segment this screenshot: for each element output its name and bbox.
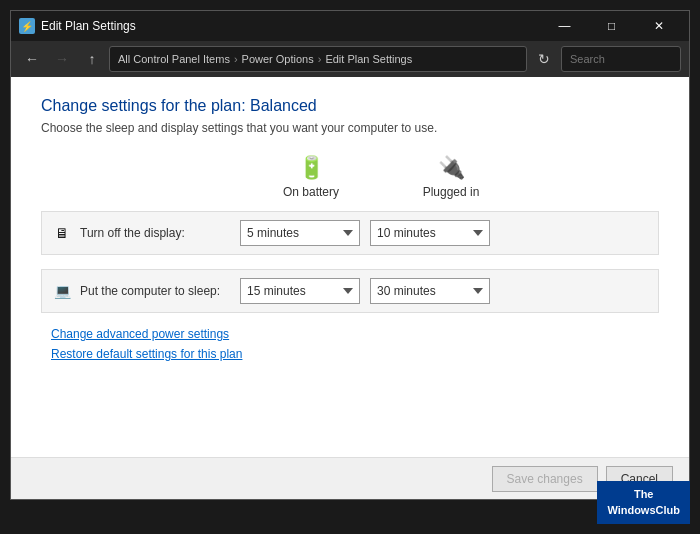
watermark: The WindowsClub <box>597 481 690 524</box>
close-button[interactable]: ✕ <box>636 11 681 41</box>
sleep-icon: 💻 <box>52 281 72 301</box>
window-icon: ⚡ <box>19 18 35 34</box>
display-setting-row: 🖥 Turn off the display: 5 minutes 1 minu… <box>41 211 659 255</box>
breadcrumb-sep2: › <box>318 53 322 65</box>
breadcrumb-part2[interactable]: Power Options <box>242 53 314 65</box>
sleep-battery-dropdown[interactable]: 15 minutes 1 minute 2 minutes 3 minutes … <box>240 278 360 304</box>
window-title: Edit Plan Settings <box>41 19 542 33</box>
settings-panel: Change settings for the plan: Balanced C… <box>11 77 689 457</box>
battery-label: On battery <box>283 185 339 199</box>
sleep-label: Put the computer to sleep: <box>80 284 240 298</box>
breadcrumb-part1[interactable]: All Control Panel Items <box>118 53 230 65</box>
window-icon-symbol: ⚡ <box>21 21 33 32</box>
address-bar: ← → ↑ All Control Panel Items › Power Op… <box>11 41 689 77</box>
sleep-setting-row: 💻 Put the computer to sleep: 15 minutes … <box>41 269 659 313</box>
breadcrumb-sep1: › <box>234 53 238 65</box>
breadcrumb-part3[interactable]: Edit Plan Settings <box>325 53 412 65</box>
display-icon: 🖥 <box>52 223 72 243</box>
panel-title: Change settings for the plan: Balanced <box>41 97 659 115</box>
display-label: Turn off the display: <box>80 226 240 240</box>
battery-column-header: 🔋 On battery <box>241 155 381 199</box>
pluggedin-label: Plugged in <box>423 185 480 199</box>
refresh-button[interactable]: ↻ <box>531 46 557 72</box>
advanced-settings-link[interactable]: Change advanced power settings <box>51 327 649 341</box>
sleep-pluggedin-dropdown[interactable]: 30 minutes 1 minute 2 minutes 3 minutes … <box>370 278 490 304</box>
window-controls: — □ ✕ <box>542 11 681 41</box>
content-area: Change settings for the plan: Balanced C… <box>11 77 689 499</box>
maximize-button[interactable]: □ <box>589 11 634 41</box>
up-button[interactable]: ↑ <box>79 46 105 72</box>
save-button[interactable]: Save changes <box>492 466 598 492</box>
back-button[interactable]: ← <box>19 46 45 72</box>
bottom-bar: Save changes Cancel <box>11 457 689 499</box>
main-window: ⚡ Edit Plan Settings — □ ✕ ← → ↑ All Con… <box>10 10 690 500</box>
restore-defaults-link[interactable]: Restore default settings for this plan <box>51 347 649 361</box>
battery-icon: 🔋 <box>298 155 325 181</box>
links-area: Change advanced power settings Restore d… <box>41 327 659 361</box>
forward-button: → <box>49 46 75 72</box>
sleep-controls: 15 minutes 1 minute 2 minutes 3 minutes … <box>240 278 490 304</box>
pluggedin-column-header: 🔌 Plugged in <box>381 155 521 199</box>
column-headers: 🔋 On battery 🔌 Plugged in <box>41 155 659 199</box>
search-input[interactable] <box>561 46 681 72</box>
display-pluggedin-dropdown[interactable]: 10 minutes 1 minute 2 minutes 3 minutes … <box>370 220 490 246</box>
breadcrumb: All Control Panel Items › Power Options … <box>109 46 527 72</box>
minimize-button[interactable]: — <box>542 11 587 41</box>
panel-subtitle: Choose the sleep and display settings th… <box>41 121 659 135</box>
display-controls: 5 minutes 1 minute 2 minutes 3 minutes 1… <box>240 220 490 246</box>
pluggedin-icon: 🔌 <box>438 155 465 181</box>
title-bar: ⚡ Edit Plan Settings — □ ✕ <box>11 11 689 41</box>
display-battery-dropdown[interactable]: 5 minutes 1 minute 2 minutes 3 minutes 1… <box>240 220 360 246</box>
